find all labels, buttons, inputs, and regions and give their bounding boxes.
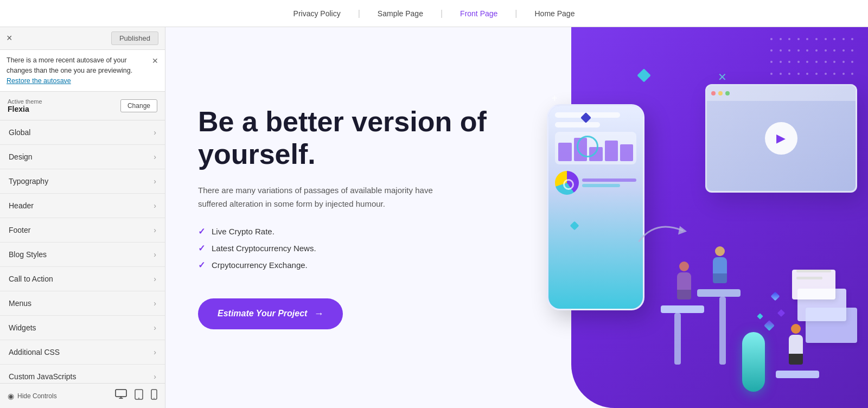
desktop-icon[interactable] — [115, 389, 127, 403]
person-1-head — [679, 262, 689, 271]
svg-rect-0 — [116, 390, 126, 397]
mobile-icon[interactable] — [151, 389, 157, 403]
feature-item-1: ✓ Live Crypto Rate. — [198, 226, 498, 237]
menu-item-menus[interactable]: Menus › — [0, 291, 165, 316]
play-button[interactable]: ▶ — [765, 122, 797, 155]
chevron-right-icon: › — [154, 348, 156, 356]
person-1-body — [677, 272, 691, 290]
nav-link-front[interactable]: Front Page — [460, 9, 497, 18]
check-icon-2: ✓ — [198, 243, 205, 253]
nav-divider-3: | — [515, 9, 517, 18]
hero-section: Be a better version of yourself. There a… — [165, 27, 868, 408]
hide-controls-label: Hide Controls — [17, 392, 57, 400]
menu-item-design[interactable]: Design › — [0, 145, 165, 169]
pie-legend — [582, 171, 636, 195]
person-1-legs — [677, 290, 691, 299]
plus-icon-1: + — [551, 92, 558, 105]
close-button[interactable]: × — [7, 33, 12, 44]
theme-details: Active theme Flexia — [8, 98, 42, 113]
menu-label-header: Header — [9, 201, 34, 210]
pillar-2 — [719, 297, 726, 365]
panel-menu-scroll[interactable]: Global › Design › Typography › Header › … — [0, 120, 165, 383]
menu-label-design: Design — [9, 152, 33, 161]
feature-label-1: Live Crypto Rate. — [212, 227, 275, 236]
phone-screen — [548, 106, 643, 309]
person-2-legs — [713, 273, 727, 283]
cta-button[interactable]: Estimate Your Project → — [198, 298, 343, 329]
menu-item-footer[interactable]: Footer › — [0, 218, 165, 243]
svg-marker-5 — [678, 226, 687, 235]
cylinder-decoration — [742, 332, 765, 392]
chevron-right-icon: › — [154, 275, 156, 283]
doc-stack-1 — [792, 265, 835, 299]
monitor-dot-3 — [725, 91, 730, 95]
menu-label-blog-styles: Blog Styles — [9, 250, 47, 259]
menu-item-widgets[interactable]: Widgets › — [0, 316, 165, 340]
nav-divider-1: | — [358, 9, 360, 18]
doc-1 — [792, 270, 835, 299]
monitor-dot-1 — [711, 91, 716, 95]
nav-link-sample[interactable]: Sample Page — [378, 9, 423, 18]
menu-item-call-to-action[interactable]: Call to Action › — [0, 267, 165, 291]
tablet-icon[interactable] — [135, 389, 143, 403]
restore-autosave-link[interactable]: Restore the autosave — [7, 76, 148, 86]
chevron-right-icon: › — [154, 299, 156, 308]
top-navigation: Privacy Policy | Sample Page | Front Pag… — [0, 0, 868, 27]
hero-title: Be a better version of yourself. — [198, 106, 498, 171]
monitor-dot-2 — [718, 91, 723, 95]
autosave-message: There is a more recent autosave of your … — [7, 56, 132, 74]
menu-label-additional-css: Additional CSS — [9, 348, 60, 356]
arrow-decoration — [634, 214, 693, 249]
feature-label-3: Crpytocurrency Exchange. — [212, 260, 308, 270]
menu-label-global: Global — [9, 128, 30, 137]
menu-item-typography[interactable]: Typography › — [0, 169, 165, 194]
person-2 — [713, 246, 727, 283]
chevron-right-icon: › — [154, 177, 156, 186]
feature-item-2: ✓ Latest Cryptocurrency News. — [198, 243, 498, 253]
hero-illustration: + ✕ — [531, 27, 868, 408]
menu-item-custom-js[interactable]: Custom JavaScripts › — [0, 365, 165, 383]
theme-info: Active theme Flexia Change — [0, 92, 165, 120]
menu-label-widgets: Widgets — [9, 323, 36, 332]
chevron-right-icon: › — [154, 372, 156, 381]
hide-controls-button[interactable]: ◉ Hide Controls — [8, 392, 57, 400]
gem-2 — [777, 309, 785, 317]
person-2-head — [715, 246, 725, 256]
person-3-body — [789, 335, 803, 354]
check-icon-1: ✓ — [198, 226, 205, 237]
menu-label-call-to-action: Call to Action — [9, 275, 53, 283]
preview-area: Be a better version of yourself. There a… — [165, 27, 868, 408]
legend-bar-1 — [582, 178, 636, 182]
menu-item-blog-styles[interactable]: Blog Styles › — [0, 243, 165, 267]
platform-1 — [661, 305, 704, 313]
cta-label: Estimate Your Project — [218, 309, 307, 318]
panel-header: × Published — [0, 27, 165, 50]
menu-item-global[interactable]: Global › — [0, 120, 165, 145]
customizer-panel: × Published There is a more recent autos… — [0, 27, 165, 408]
autosave-text: There is a more recent autosave of your … — [7, 55, 148, 86]
person-1 — [677, 262, 691, 299]
nav-link-home[interactable]: Home Page — [535, 9, 575, 18]
nav-divider-2: | — [441, 9, 443, 18]
autosave-close-icon[interactable]: ✕ — [152, 55, 158, 67]
arrow-icon: → — [314, 308, 323, 320]
check-icon-3: ✓ — [198, 260, 205, 270]
hero-features-list: ✓ Live Crypto Rate. ✓ Latest Cryptocurre… — [198, 226, 498, 277]
hero-left-content: Be a better version of yourself. There a… — [165, 27, 531, 408]
doc-line — [796, 270, 831, 272]
nav-link-privacy[interactable]: Privacy Policy — [293, 9, 341, 18]
main-layout: × Published There is a more recent autos… — [0, 27, 868, 408]
menu-item-additional-css[interactable]: Additional CSS › — [0, 340, 165, 365]
chevron-right-icon: › — [154, 250, 156, 259]
person-3 — [789, 324, 803, 365]
chevron-right-icon: › — [154, 128, 156, 137]
device-switcher — [115, 389, 157, 403]
menu-label-custom-js: Custom JavaScripts — [9, 372, 76, 381]
svg-point-4 — [154, 398, 155, 399]
theme-label: Active theme — [8, 98, 42, 105]
person-3-head — [791, 324, 801, 334]
menu-item-header[interactable]: Header › — [0, 194, 165, 218]
change-theme-button[interactable]: Change — [120, 99, 157, 112]
chevron-right-icon: › — [154, 323, 156, 332]
eye-icon: ◉ — [8, 392, 14, 400]
